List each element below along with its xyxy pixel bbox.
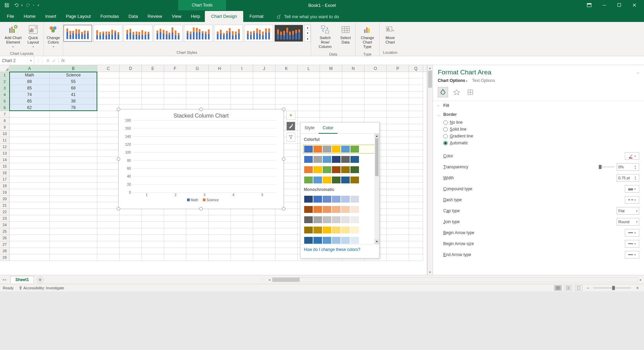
cell-F1[interactable] bbox=[164, 72, 186, 79]
cell-C11[interactable] bbox=[97, 137, 120, 144]
cell-A9[interactable] bbox=[10, 124, 50, 131]
qat-undo-dropdown[interactable]: ▾ bbox=[21, 4, 23, 7]
cell-C9[interactable] bbox=[97, 124, 120, 131]
border-color-picker[interactable]: ▾ bbox=[625, 152, 639, 160]
cell-I4[interactable] bbox=[231, 92, 253, 98]
cell-C24[interactable] bbox=[97, 222, 120, 228]
format-pane-collapse[interactable]: ⌵ bbox=[637, 70, 639, 75]
cell-C2[interactable] bbox=[97, 79, 120, 85]
cell-J25[interactable] bbox=[253, 228, 275, 235]
cell-K2[interactable] bbox=[275, 79, 298, 85]
cell-G5[interactable] bbox=[186, 98, 209, 105]
row-header-23[interactable]: 23 bbox=[0, 215, 10, 222]
qat-redo-dropdown[interactable]: ▾ bbox=[33, 4, 34, 7]
cell-Q1[interactable] bbox=[409, 72, 423, 79]
sheet-tab-sheet1[interactable]: Sheet1 bbox=[10, 276, 34, 283]
tab-file[interactable]: File bbox=[2, 11, 19, 22]
cell-P26[interactable] bbox=[387, 235, 409, 241]
cell-I1[interactable] bbox=[231, 72, 253, 79]
begin-arrow-type-dropdown[interactable]: ▾ bbox=[625, 229, 639, 237]
insert-function[interactable]: fx bbox=[58, 58, 65, 63]
cell-C8[interactable] bbox=[97, 118, 120, 124]
cell-B10[interactable] bbox=[50, 131, 97, 137]
cell-M3[interactable] bbox=[320, 85, 342, 92]
cell-F27[interactable] bbox=[164, 241, 186, 248]
cell-P12[interactable] bbox=[387, 144, 409, 150]
cell-C23[interactable] bbox=[97, 215, 120, 222]
cell-I27[interactable] bbox=[231, 241, 253, 248]
cell-A20[interactable] bbox=[10, 196, 50, 202]
cell-K1[interactable] bbox=[275, 72, 298, 79]
zoom-out[interactable]: − bbox=[585, 285, 591, 291]
cell-B7[interactable] bbox=[50, 111, 97, 118]
cell-Q20[interactable] bbox=[409, 196, 423, 202]
cell-G29[interactable] bbox=[186, 254, 209, 261]
cell-C4[interactable] bbox=[97, 92, 120, 98]
cell-N3[interactable] bbox=[342, 85, 364, 92]
cell-Q14[interactable] bbox=[409, 157, 423, 163]
cell-K3[interactable] bbox=[275, 85, 298, 92]
col-header-J[interactable]: J bbox=[253, 65, 275, 72]
row-header-11[interactable]: 11 bbox=[0, 137, 10, 144]
cell-A5[interactable]: 65 bbox=[10, 98, 50, 105]
cell-B8[interactable] bbox=[50, 118, 97, 124]
cell-K22[interactable] bbox=[275, 209, 298, 215]
cell-C25[interactable] bbox=[97, 228, 120, 235]
cell-O6[interactable] bbox=[364, 105, 387, 111]
name-box-dropdown[interactable]: ▾ bbox=[30, 59, 32, 62]
cell-F3[interactable] bbox=[164, 85, 186, 92]
cell-F2[interactable] bbox=[164, 79, 186, 85]
cell-P17[interactable] bbox=[387, 176, 409, 183]
cell-A7[interactable] bbox=[10, 111, 50, 118]
color-scheme-row[interactable] bbox=[303, 176, 376, 184]
cell-M2[interactable] bbox=[320, 79, 342, 85]
cell-B1[interactable]: Science bbox=[50, 72, 97, 79]
row-header-6[interactable]: 6 bbox=[0, 105, 10, 111]
cell-I22[interactable] bbox=[231, 209, 253, 215]
cell-C14[interactable] bbox=[97, 157, 120, 163]
cell-J4[interactable] bbox=[253, 92, 275, 98]
cell-P28[interactable] bbox=[387, 248, 409, 254]
cell-D26[interactable] bbox=[120, 235, 142, 241]
cell-Q27[interactable] bbox=[409, 241, 423, 248]
cell-N7[interactable] bbox=[342, 111, 364, 118]
cell-B25[interactable] bbox=[50, 228, 97, 235]
cell-B29[interactable] bbox=[50, 254, 97, 261]
cell-C29[interactable] bbox=[97, 254, 120, 261]
cell-Q13[interactable] bbox=[409, 150, 423, 157]
cell-Q15[interactable] bbox=[409, 163, 423, 170]
cell-D1[interactable] bbox=[120, 72, 142, 79]
cell-G2[interactable] bbox=[186, 79, 209, 85]
cell-A28[interactable] bbox=[10, 248, 50, 254]
cell-Q17[interactable] bbox=[409, 176, 423, 183]
cell-Q11[interactable] bbox=[409, 137, 423, 144]
row-header-28[interactable]: 28 bbox=[0, 248, 10, 254]
row-header-5[interactable]: 5 bbox=[0, 98, 10, 105]
cell-I23[interactable] bbox=[231, 215, 253, 222]
cell-P8[interactable] bbox=[387, 118, 409, 124]
cell-J5[interactable] bbox=[253, 98, 275, 105]
cell-B4[interactable]: 41 bbox=[50, 92, 97, 98]
cell-G25[interactable] bbox=[186, 228, 209, 235]
cell-F24[interactable] bbox=[164, 222, 186, 228]
cell-C7[interactable] bbox=[97, 111, 120, 118]
col-header-L[interactable]: L bbox=[298, 65, 320, 72]
cell-P25[interactable] bbox=[387, 228, 409, 235]
cell-B5[interactable]: 38 bbox=[50, 98, 97, 105]
cell-D4[interactable] bbox=[120, 92, 142, 98]
cell-H26[interactable] bbox=[209, 235, 231, 241]
cell-H22[interactable] bbox=[209, 209, 231, 215]
transparency-slider[interactable] bbox=[600, 167, 615, 167]
cell-C19[interactable] bbox=[97, 189, 120, 196]
row-header-13[interactable]: 13 bbox=[0, 150, 10, 157]
chart-style-7[interactable] bbox=[244, 25, 273, 42]
cell-B26[interactable] bbox=[50, 235, 97, 241]
cell-P15[interactable] bbox=[387, 163, 409, 170]
cell-H28[interactable] bbox=[209, 248, 231, 254]
cell-G26[interactable] bbox=[186, 235, 209, 241]
cell-D24[interactable] bbox=[120, 222, 142, 228]
change-colors-button[interactable]: Change Colors ▾ bbox=[45, 23, 62, 49]
cell-E4[interactable] bbox=[142, 92, 164, 98]
chart-handle-ne[interactable] bbox=[282, 108, 285, 111]
select-all-corner[interactable] bbox=[0, 65, 10, 72]
